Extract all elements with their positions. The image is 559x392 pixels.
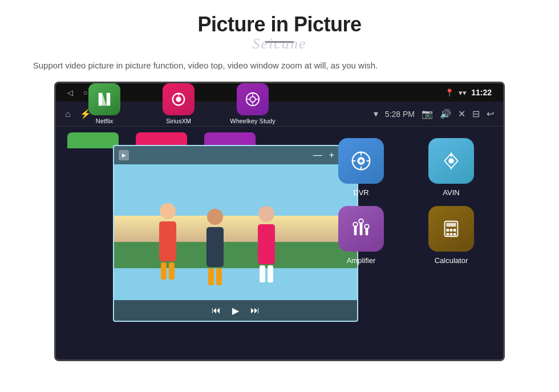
wheelkey-svg bbox=[245, 91, 261, 107]
svg-rect-24 bbox=[107, 93, 111, 106]
bottom-app-row: Netflix SiriusXM bbox=[56, 82, 503, 127]
dvr-icon bbox=[338, 138, 384, 184]
app-item-avin[interactable]: AVIN bbox=[411, 138, 492, 197]
svg-point-30 bbox=[250, 96, 255, 102]
play-btn[interactable]: ▶ bbox=[232, 305, 239, 316]
page-wrapper: Picture in Picture Seicane Support video… bbox=[0, 0, 559, 392]
figure-1 bbox=[151, 203, 185, 277]
svg-rect-18 bbox=[450, 229, 453, 232]
video-playback: ⏮ ▶ ⏭ bbox=[114, 300, 357, 321]
pip-record-icon: ▶ bbox=[119, 150, 129, 160]
watermark: Seicane bbox=[253, 35, 307, 52]
svg-point-2 bbox=[359, 159, 363, 163]
dvr-label: DVR bbox=[353, 188, 368, 197]
app-item-siriusxm[interactable]: SiriusXM bbox=[141, 83, 216, 124]
amplifier-svg bbox=[350, 218, 372, 240]
calculator-label: Calculator bbox=[435, 256, 468, 265]
app-grid: DVR AVIN bbox=[309, 127, 503, 167]
netflix-label: Netflix bbox=[96, 118, 114, 124]
calculator-icon bbox=[428, 206, 474, 252]
svg-marker-25 bbox=[102, 93, 106, 106]
figure-2 bbox=[199, 209, 230, 277]
avin-icon bbox=[428, 138, 474, 184]
divider-line bbox=[265, 41, 294, 43]
dvr-svg bbox=[350, 150, 372, 172]
app-item-amplifier[interactable]: Amplifier bbox=[321, 206, 402, 265]
subtitle-text: Support video picture in picture functio… bbox=[0, 59, 411, 72]
page-title: Picture in Picture bbox=[0, 13, 559, 37]
amplifier-label: Amplifier bbox=[347, 256, 376, 265]
calculator-svg bbox=[440, 218, 462, 240]
avin-label: AVIN bbox=[443, 188, 459, 197]
header-section: Picture in Picture Seicane Support video… bbox=[0, 0, 559, 72]
avin-svg bbox=[440, 150, 462, 172]
svg-point-7 bbox=[448, 158, 454, 164]
app-item-calculator[interactable]: Calculator bbox=[411, 206, 492, 265]
svg-rect-23 bbox=[99, 93, 103, 106]
siriusxm-label: SiriusXM bbox=[166, 118, 191, 124]
svg-rect-21 bbox=[450, 233, 453, 236]
device-frame: ◁ ○ □ ▭ 📍 ▾▾ 11:22 ⌂ ⚡ ▾ 5:28 PM 📷 🔊 bbox=[54, 82, 505, 361]
app-item-dvr[interactable]: DVR bbox=[321, 138, 402, 197]
svg-rect-22 bbox=[453, 233, 456, 236]
partial-app-netflix[interactable] bbox=[67, 132, 119, 148]
amplifier-icon bbox=[338, 206, 384, 252]
svg-point-27 bbox=[176, 96, 181, 102]
next-btn[interactable]: ⏭ bbox=[250, 305, 260, 316]
svg-rect-10 bbox=[360, 223, 363, 236]
netflix-svg bbox=[96, 91, 112, 107]
svg-rect-16 bbox=[446, 223, 456, 227]
siriusxm-icon bbox=[163, 83, 195, 115]
prev-btn[interactable]: ⏮ bbox=[212, 305, 221, 316]
svg-rect-19 bbox=[453, 229, 456, 232]
app-item-wheelkey[interactable]: Wheelkey Study bbox=[216, 83, 290, 124]
figure-3 bbox=[248, 206, 285, 277]
wheelkey-label: Wheelkey Study bbox=[230, 118, 275, 124]
svg-rect-20 bbox=[446, 233, 449, 236]
app-item-netflix[interactable]: Netflix bbox=[67, 83, 141, 124]
wheelkey-icon bbox=[237, 83, 269, 115]
netflix-icon bbox=[88, 83, 120, 115]
siriusxm-svg bbox=[171, 91, 187, 107]
svg-rect-17 bbox=[446, 229, 449, 232]
